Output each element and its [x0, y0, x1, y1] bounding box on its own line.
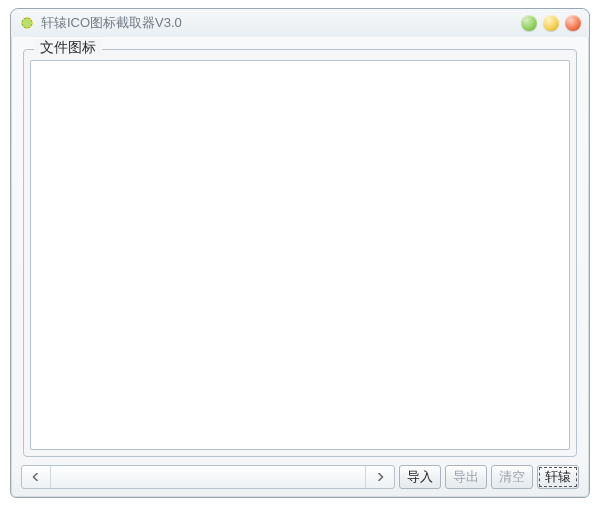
minimize-button[interactable]: [521, 15, 537, 31]
svg-point-2: [31, 22, 33, 24]
svg-point-8: [23, 19, 25, 21]
svg-point-7: [23, 26, 25, 28]
icon-groupbox: 文件图标: [23, 49, 577, 457]
groupbox-label: 文件图标: [34, 39, 102, 57]
horizontal-scrollbar[interactable]: [21, 465, 395, 489]
close-button[interactable]: [565, 15, 581, 31]
app-window: 轩辕ICO图标截取器V3.0 文件图标 导入 导出 清空: [10, 8, 590, 498]
clear-button[interactable]: 清空: [491, 465, 533, 489]
scroll-right-button[interactable]: [365, 466, 394, 488]
scroll-left-button[interactable]: [22, 466, 51, 488]
import-button[interactable]: 导入: [399, 465, 441, 489]
maximize-button[interactable]: [543, 15, 559, 31]
chevron-right-icon: [376, 471, 384, 483]
bottom-bar: 导入 导出 清空 轩辕: [21, 465, 579, 489]
window-controls: [521, 15, 581, 31]
svg-point-5: [30, 19, 32, 21]
icon-listview[interactable]: [30, 60, 570, 450]
svg-point-4: [21, 22, 23, 24]
app-icon: [19, 15, 35, 31]
export-button[interactable]: 导出: [445, 465, 487, 489]
chevron-left-icon: [32, 471, 40, 483]
svg-point-6: [30, 26, 32, 28]
about-button[interactable]: 轩辕: [537, 465, 579, 489]
scroll-track[interactable]: [51, 466, 365, 488]
titlebar[interactable]: 轩辕ICO图标截取器V3.0: [11, 9, 589, 37]
svg-point-1: [26, 17, 28, 19]
window-title: 轩辕ICO图标截取器V3.0: [41, 14, 521, 32]
svg-point-3: [26, 27, 28, 29]
